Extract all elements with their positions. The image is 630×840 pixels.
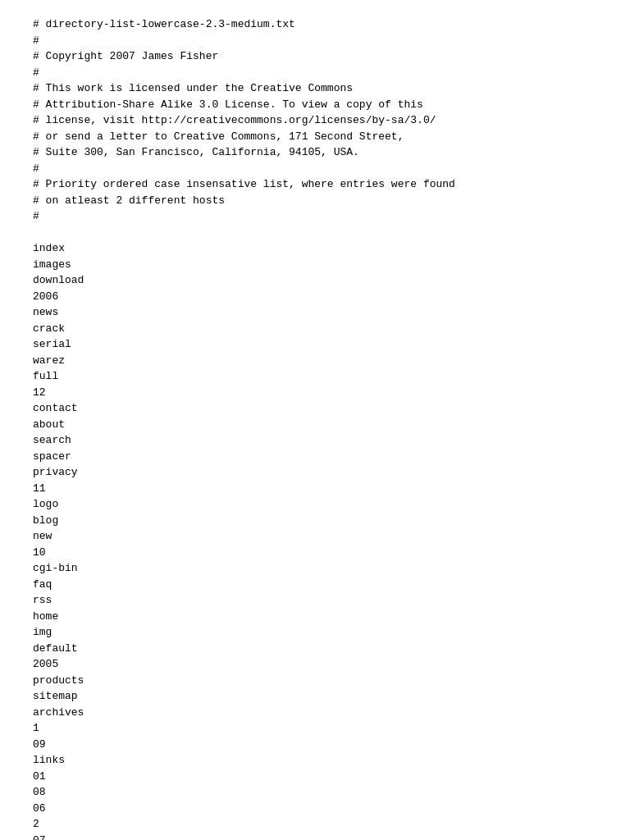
file-content: # directory-list-lowercase-2.3-medium.tx… [33, 16, 597, 840]
